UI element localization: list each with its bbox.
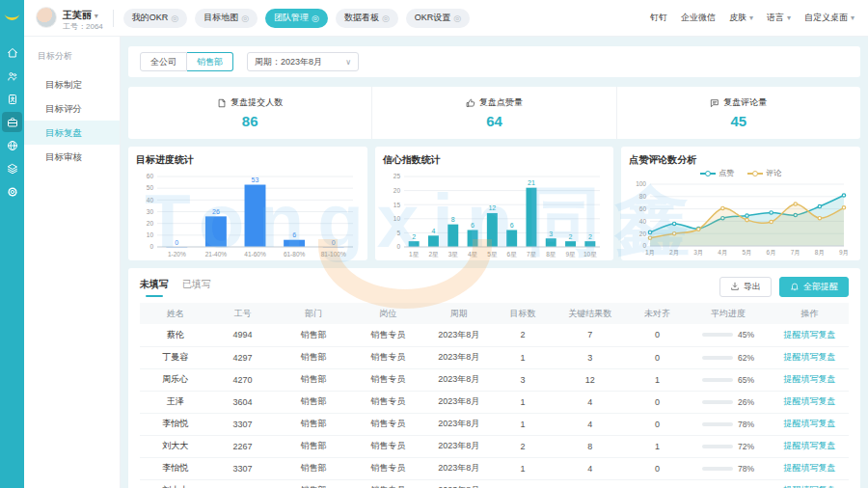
- progress-bar: [702, 445, 733, 448]
- certificate-icon[interactable]: [2, 89, 22, 109]
- chart-title: 信心指数统计: [383, 153, 607, 167]
- avatar[interactable]: [36, 7, 57, 28]
- primary-nav: 我的OKR◎ 目标地图◎ 团队管理◎ 数据看板◎ OKR设置◎: [123, 9, 470, 28]
- legend-likes[interactable]: 点赞: [700, 168, 734, 178]
- stat-label: 复盘评论量: [710, 96, 767, 109]
- cell-department: 销售部: [275, 435, 353, 457]
- layers-icon[interactable]: [2, 158, 22, 178]
- col-name: 姓名: [140, 303, 211, 324]
- team-icon[interactable]: [2, 66, 22, 86]
- smile-logo-icon: [3, 13, 21, 24]
- svg-text:100: 100: [636, 180, 646, 187]
- tab-filled[interactable]: 已填写: [182, 274, 211, 299]
- cell-name: 刘大大: [140, 479, 211, 488]
- cell-avg-progress: 78%: [686, 413, 771, 435]
- nav-tab-goal-map[interactable]: 目标地图◎: [195, 9, 258, 28]
- progress-bar: [702, 378, 733, 382]
- svg-text:6: 6: [292, 231, 296, 238]
- svg-text:8: 8: [450, 216, 454, 223]
- chevron-down-icon: ∨: [345, 58, 351, 67]
- remind-fill-review-link[interactable]: 提醒填写复盘: [784, 396, 836, 406]
- period-select[interactable]: 周期：2023年8月∨: [247, 52, 359, 71]
- gear-icon[interactable]: [2, 181, 22, 202]
- nav-tab-my-okr[interactable]: 我的OKR◎: [123, 9, 187, 28]
- table-body: 蔡伦 4994 销售部 销售专员 2023年8月 2 7 0 45% 提醒填写复…: [140, 324, 849, 488]
- remind-fill-review-link[interactable]: 提醒填写复盘: [784, 463, 836, 473]
- svg-text:40: 40: [639, 218, 647, 225]
- progress-value: 72%: [738, 442, 754, 451]
- sub-sidebar: 目标分析 目标制定 目标评分 目标复盘 目标审核: [24, 37, 121, 488]
- col-avg-progress: 平均进度: [686, 303, 771, 324]
- nav-tab-okr-settings[interactable]: OKR设置◎: [406, 9, 470, 28]
- cell-key-results: 8: [551, 435, 629, 457]
- scope-option-company[interactable]: 全公司: [140, 52, 187, 71]
- menu-wecom[interactable]: 企业微信: [681, 12, 716, 24]
- svg-text:50: 50: [147, 184, 154, 191]
- home-icon[interactable]: [2, 42, 22, 63]
- cell-name: 王泽: [140, 391, 211, 413]
- cell-action: 提醒填写复盘: [771, 391, 849, 413]
- top-right-menu: 钉钉 企业微信 皮肤▾ 语言▾ 自定义桌面▾: [650, 12, 868, 24]
- menu-language[interactable]: 语言▾: [767, 12, 791, 24]
- filter-bar: 全公司 销售部 周期：2023年8月∨: [128, 46, 860, 77]
- cell-action: 提醒填写复盘: [771, 346, 849, 368]
- cell-key-results: 4: [551, 413, 629, 435]
- legend-comments[interactable]: 评论: [747, 168, 781, 178]
- remind-fill-review-link[interactable]: 提醒填写复盘: [784, 352, 836, 362]
- export-button[interactable]: 导出: [719, 277, 772, 297]
- remind-all-button[interactable]: 全部提醒: [779, 277, 849, 297]
- menu-skin[interactable]: 皮肤▾: [729, 12, 753, 24]
- remind-fill-review-link[interactable]: 提醒填写复盘: [784, 441, 836, 450]
- svg-text:5: 5: [396, 230, 400, 236]
- svg-text:21: 21: [528, 179, 535, 186]
- globe-icon[interactable]: [2, 135, 22, 155]
- svg-text:0: 0: [149, 243, 153, 250]
- menu-custom-desktop[interactable]: 自定义桌面▾: [804, 12, 854, 24]
- brand-logo[interactable]: [0, 0, 24, 37]
- progress-value: 45%: [738, 330, 754, 339]
- menu-dingtalk[interactable]: 钉钉: [650, 12, 667, 24]
- scope-segmented-control: 全公司 销售部: [140, 52, 233, 71]
- stat-review-comments: 复盘评论量 45: [616, 87, 860, 139]
- cell-department: 销售部: [275, 346, 353, 368]
- cell-employee-id: 4270: [211, 368, 275, 391]
- cell-position: 销售专员: [352, 413, 423, 435]
- svg-text:26: 26: [212, 208, 220, 215]
- legend-marker-icon: [747, 170, 763, 176]
- cell-employee-id: 2267: [211, 479, 275, 488]
- bullseye-icon: ◎: [312, 14, 319, 23]
- remind-fill-review-link[interactable]: 提醒填写复盘: [784, 419, 836, 428]
- cell-avg-progress: 65%: [686, 368, 771, 391]
- nav-tab-team-manage[interactable]: 团队管理◎: [265, 9, 328, 28]
- cell-key-results: 4: [551, 391, 629, 413]
- cell-key-results: 7: [551, 324, 629, 346]
- cell-name: 蔡伦: [140, 324, 211, 346]
- sidebar-item-goal-review[interactable]: 目标复盘: [24, 121, 120, 145]
- sidebar-item-goal-audit[interactable]: 目标审核: [24, 145, 120, 169]
- bullseye-icon: ◎: [382, 14, 390, 23]
- progress-value: 26%: [738, 397, 754, 407]
- scope-option-sales-dept[interactable]: 销售部: [187, 52, 233, 71]
- current-user[interactable]: 王芙丽 ▾ 工号：2064: [36, 5, 103, 32]
- briefcase-icon[interactable]: [2, 112, 22, 132]
- svg-text:1-20%: 1-20%: [168, 251, 186, 258]
- svg-text:6: 6: [471, 222, 475, 229]
- remind-fill-review-link[interactable]: 提醒填写复盘: [784, 330, 836, 339]
- cell-department: 销售部: [275, 413, 353, 435]
- sidebar-item-goal-scoring[interactable]: 目标评分: [24, 96, 120, 121]
- cell-unaligned: 1: [629, 368, 686, 391]
- remind-fill-review-link[interactable]: 提醒填写复盘: [784, 374, 836, 384]
- stat-label: 复盘提交人数: [217, 96, 283, 109]
- col-unaligned: 未对齐: [629, 303, 686, 324]
- cell-objectives: 1: [494, 457, 551, 479]
- tab-not-filled[interactable]: 未填写: [140, 274, 169, 299]
- cell-action: 提醒填写复盘: [771, 435, 849, 457]
- sidebar-item-goal-setting[interactable]: 目标制定: [24, 72, 120, 96]
- cell-department: 销售部: [275, 479, 353, 488]
- svg-text:1星: 1星: [409, 251, 420, 258]
- svg-text:10星: 10星: [583, 251, 597, 258]
- cell-position: 销售专员: [352, 391, 423, 413]
- progress-bar: [702, 356, 733, 360]
- nav-tab-data-board[interactable]: 数据看板◎: [336, 9, 398, 28]
- chevron-down-icon: ▾: [787, 14, 791, 22]
